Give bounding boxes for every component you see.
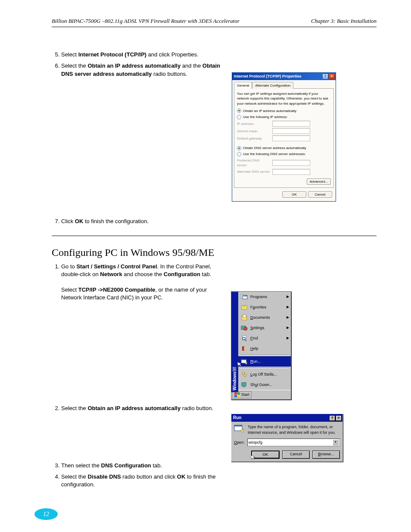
start-documents[interactable]: Documents ▶ bbox=[238, 312, 291, 323]
label-dns2: Alternate DNS server: bbox=[237, 169, 271, 174]
step2-2: Select the Obtain an IP address automati… bbox=[61, 404, 224, 412]
radio-dns-auto[interactable]: Obtain DNS server address automatically bbox=[237, 146, 331, 150]
svg-point-7 bbox=[244, 327, 247, 330]
menu-label: Log Off Stella... bbox=[250, 372, 277, 377]
gateway-field[interactable] bbox=[272, 135, 310, 141]
tab-alternate[interactable]: Alternate Configuration bbox=[252, 82, 293, 89]
svg-rect-18 bbox=[234, 392, 237, 395]
brand-thin: 98 bbox=[232, 367, 237, 371]
svg-rect-20 bbox=[234, 395, 237, 397]
start-label: Start bbox=[241, 392, 249, 398]
ip-field[interactable] bbox=[272, 121, 310, 127]
dialog-titlebar: Internet Protocol (TCP/IP) Properties ? … bbox=[232, 73, 336, 80]
label-dns1: Preferred DNS server: bbox=[237, 158, 271, 168]
svg-rect-5 bbox=[243, 315, 246, 317]
svg-rect-13 bbox=[241, 359, 246, 360]
section-title: Configuring PC in Windows 95/98/ME bbox=[52, 244, 377, 260]
help-button[interactable]: ? bbox=[329, 415, 335, 421]
step2-3: Then select the DNS Configuration tab. bbox=[61, 462, 224, 470]
ok-button[interactable]: OK bbox=[282, 191, 306, 198]
menu-label: Programs bbox=[250, 294, 267, 300]
start-run[interactable]: Run... bbox=[238, 356, 291, 367]
menu-label: Documents bbox=[250, 315, 270, 320]
svg-rect-2 bbox=[243, 296, 247, 296]
dialog-intro: You can get IP settings assigned automat… bbox=[237, 91, 331, 106]
start-find[interactable]: Find ▶ bbox=[238, 333, 291, 343]
browse-button[interactable]: Browse... bbox=[312, 451, 340, 459]
svg-rect-23 bbox=[234, 425, 242, 426]
svg-rect-21 bbox=[237, 395, 240, 397]
chevron-right-icon: ▶ bbox=[286, 294, 289, 299]
cancel-button[interactable]: Cancel bbox=[308, 191, 332, 198]
step-5: Select Internet Protocol (TCP/IP) and cl… bbox=[61, 51, 224, 59]
page-footer: 12 bbox=[0, 508, 411, 520]
svg-rect-16 bbox=[242, 383, 246, 386]
dns1-field[interactable] bbox=[272, 160, 310, 166]
steps-list-4: Then select the DNS Configuration tab. S… bbox=[52, 462, 224, 489]
chevron-right-icon: ▶ bbox=[286, 336, 289, 340]
radio-icon bbox=[237, 152, 241, 156]
windows-logo-icon bbox=[234, 392, 240, 397]
radio-ip-manual-label: Use the following IP address: bbox=[243, 115, 287, 119]
favorites-icon bbox=[241, 304, 248, 311]
open-combobox[interactable]: winipcfg ▾ bbox=[247, 439, 340, 446]
figure-tcpip-dialog: Internet Protocol (TCP/IP) Properties ? … bbox=[232, 72, 336, 202]
steps-list-1b: Click OK to finish the configuration. bbox=[52, 218, 224, 225]
step-7: Click OK to finish the configuration. bbox=[61, 218, 224, 225]
menu-label: Find bbox=[250, 336, 258, 341]
label-subnet: Subnet mask: bbox=[237, 129, 271, 134]
divider bbox=[240, 367, 289, 368]
find-icon bbox=[241, 335, 248, 342]
svg-rect-19 bbox=[237, 392, 240, 395]
documents-icon bbox=[241, 314, 248, 321]
svg-text:?: ? bbox=[243, 347, 246, 351]
cancel-button[interactable]: Cancel bbox=[282, 451, 310, 459]
label-gateway: Default gateway: bbox=[237, 136, 271, 141]
start-button[interactable]: Start bbox=[232, 391, 252, 398]
page-header: Billion BIPAC-7500G –802.11g ADSL VPN Fi… bbox=[52, 17, 377, 27]
logoff-icon bbox=[241, 371, 248, 378]
chevron-right-icon: ▶ bbox=[286, 325, 289, 330]
menu-label: Settings bbox=[250, 325, 265, 331]
steps-list-3: Select the Obtain an IP address automati… bbox=[52, 404, 224, 412]
chevron-right-icon: ▶ bbox=[286, 305, 289, 309]
start-favorites[interactable]: Favorites ▶ bbox=[238, 302, 291, 312]
run-intro: Type the name of a program, folder, docu… bbox=[248, 424, 340, 435]
open-value: winipcfg bbox=[249, 440, 263, 445]
radio-dns-auto-label: Obtain DNS server address automatically bbox=[243, 146, 306, 150]
programs-icon bbox=[241, 293, 248, 300]
settings-icon bbox=[241, 324, 248, 331]
step2-1: Go to Start / Settings / Control Panel. … bbox=[61, 263, 224, 302]
steps-list-2: Go to Start / Settings / Control Panel. … bbox=[52, 263, 224, 302]
figure-run-dialog: Run ? × Type the name of a program, fold… bbox=[231, 414, 343, 462]
page-number-badge: 12 bbox=[34, 508, 58, 520]
chevron-right-icon: ▶ bbox=[286, 315, 289, 320]
dns2-field[interactable] bbox=[272, 169, 310, 175]
radio-icon bbox=[237, 146, 241, 150]
radio-dns-manual[interactable]: Use the following DNS server addresses: bbox=[237, 152, 331, 156]
radio-ip-manual[interactable]: Use the following IP address: bbox=[237, 115, 331, 119]
radio-ip-auto[interactable]: Obtain an IP address automatically bbox=[237, 109, 331, 113]
step-6: Select the Obtain an IP address automati… bbox=[61, 62, 224, 78]
close-button[interactable]: × bbox=[329, 74, 335, 79]
header-chapter: Chapter 3: Basic Installation bbox=[311, 17, 377, 25]
ok-button[interactable]: OK bbox=[251, 451, 280, 459]
menu-label: Favorites bbox=[250, 305, 266, 310]
brand-bold: Windows bbox=[232, 372, 237, 391]
tab-general[interactable]: General bbox=[234, 82, 252, 89]
start-shutdown[interactable]: Shut Down... bbox=[238, 380, 291, 390]
menu-label: Shut Down... bbox=[250, 382, 273, 388]
header-product: Billion BIPAC-7500G –802.11g ADSL VPN Fi… bbox=[52, 17, 240, 25]
start-programs[interactable]: Programs ▶ bbox=[238, 292, 291, 302]
close-button[interactable]: × bbox=[336, 415, 342, 421]
steps-list-1: Select Internet Protocol (TCP/IP) and cl… bbox=[52, 51, 224, 78]
start-settings[interactable]: Settings ▶ bbox=[238, 323, 291, 333]
radio-dns-manual-label: Use the following DNS server addresses: bbox=[243, 152, 306, 156]
advanced-button[interactable]: Advanced... bbox=[307, 178, 331, 185]
help-button[interactable]: ? bbox=[322, 74, 328, 79]
start-logoff[interactable]: Log Off Stella... bbox=[238, 369, 291, 380]
help-icon: ? bbox=[241, 345, 248, 352]
subnet-field[interactable] bbox=[272, 128, 310, 134]
chevron-down-icon[interactable]: ▾ bbox=[333, 439, 339, 445]
start-help[interactable]: ? Help bbox=[238, 343, 291, 354]
